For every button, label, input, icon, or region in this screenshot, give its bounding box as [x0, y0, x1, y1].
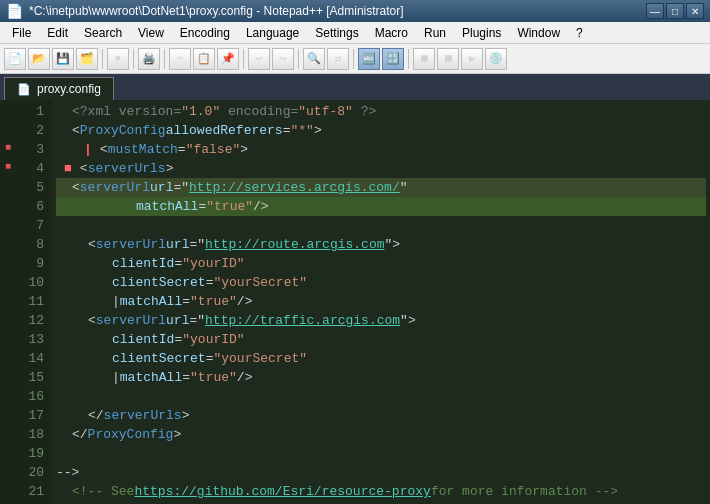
gutter-11 [0, 290, 16, 309]
find-button[interactable]: 🔍 [303, 48, 325, 70]
code-line-16 [56, 387, 706, 406]
menu-run[interactable]: Run [416, 22, 454, 43]
punct-15b: = [182, 368, 190, 387]
attr-allowedreferers: allowedReferers [166, 121, 283, 140]
gutter-20 [0, 461, 16, 480]
editor[interactable]: ■ ■ 1 2 3 4 5 6 7 8 9 10 11 12 13 14 15 [0, 100, 710, 504]
code-line-3: | <mustMatch="false"> [56, 140, 706, 159]
menu-macro[interactable]: Macro [367, 22, 416, 43]
punct-5c: " [181, 178, 189, 197]
zoom-out-button[interactable]: 🔡 [382, 48, 404, 70]
punct-18a: </ [72, 425, 88, 444]
attr-url-3: url [166, 311, 189, 330]
comment-line: <!-- See [72, 482, 134, 501]
menu-plugins[interactable]: Plugins [454, 22, 509, 43]
save-button[interactable]: 💾 [52, 48, 74, 70]
toolbar-sep-6 [353, 49, 354, 69]
menu-bar: File Edit Search View Encoding Language … [0, 22, 710, 44]
ln-15: 15 [24, 368, 44, 387]
macro-stop[interactable]: ⏹ [437, 48, 459, 70]
punct-14a: = [206, 349, 214, 368]
toolbar-sep-7 [408, 49, 409, 69]
code-line-13: clientId="yourID" [56, 330, 706, 349]
ln-3: 3 [24, 140, 44, 159]
copy-button[interactable]: 📋 [193, 48, 215, 70]
undo-button[interactable]: ↩ [248, 48, 270, 70]
print-button[interactable]: 🖨️ [138, 48, 160, 70]
close-button[interactable]: ✕ [686, 3, 704, 19]
punct-15a: | [112, 368, 120, 387]
url-services: http://services.arcgis.com/ [189, 178, 400, 197]
menu-help[interactable]: ? [568, 22, 591, 43]
replace-button[interactable]: ⇄ [327, 48, 349, 70]
toolbar-sep-3 [164, 49, 165, 69]
menu-edit[interactable]: Edit [39, 22, 76, 43]
code-line-20: <!-- See https://github.com/Esri/resourc… [56, 482, 706, 501]
attr-matchall-3: matchAll [120, 368, 182, 387]
menu-language[interactable]: Language [238, 22, 307, 43]
gutter-5 [0, 176, 16, 195]
title-bar: 📄 *C:\inetpub\wwwroot\DotNet1\proxy.conf… [0, 0, 710, 22]
paste-button[interactable]: 📌 [217, 48, 239, 70]
minimize-button[interactable]: — [646, 3, 664, 19]
toolbar-sep-4 [243, 49, 244, 69]
gutter-16 [0, 385, 16, 404]
gutter-1 [0, 100, 16, 119]
macro-play[interactable]: ▶ [461, 48, 483, 70]
cut-button[interactable]: ✂ [169, 48, 191, 70]
code-line-8: <serverUrl url="http://route.arcgis.com"… [56, 235, 706, 254]
open-button[interactable]: 📂 [28, 48, 50, 70]
punct-2c: > [314, 121, 322, 140]
code-line-12: <serverUrl url=" http://traffic.arcgis.c… [56, 311, 706, 330]
ln-16: 16 [24, 387, 44, 406]
punct-12c: > [408, 311, 416, 330]
save-all-button[interactable]: 🗂️ [76, 48, 98, 70]
gutter-10 [0, 271, 16, 290]
punct-12a: < [88, 311, 96, 330]
ln-20: 20 [24, 463, 44, 482]
menu-encoding[interactable]: Encoding [172, 22, 238, 43]
zoom-in-button[interactable]: 🔤 [358, 48, 380, 70]
redo-button[interactable]: ↪ [272, 48, 294, 70]
xml-decl: <?xml version="1.0" encoding="utf-8" ?> [72, 102, 376, 121]
ln-6: 6 [24, 197, 44, 216]
menu-settings[interactable]: Settings [307, 22, 366, 43]
gutter-19 [0, 442, 16, 461]
macro-record[interactable]: ⏺ [413, 48, 435, 70]
tab-proxy-config[interactable]: 📄 proxy.config [4, 77, 114, 100]
ln-1: 1 [24, 102, 44, 121]
punct-9a: = [174, 254, 182, 273]
ln-12: 12 [24, 311, 44, 330]
attr-url-2: url [166, 235, 189, 254]
gutter-9 [0, 252, 16, 271]
attr-matchall-2: matchAll [120, 292, 182, 311]
tag-close-proxyconfig: ProxyConfig [88, 425, 174, 444]
tag-serverurls: serverUrls [88, 159, 166, 178]
gutter-13 [0, 328, 16, 347]
code-line-5: <serverUrl url="http://services.arcgis.c… [56, 178, 706, 197]
code-area[interactable]: <?xml version="1.0" encoding="utf-8" ?> … [52, 100, 710, 504]
menu-window[interactable]: Window [509, 22, 568, 43]
close-button-tb[interactable]: ✖ [107, 48, 129, 70]
code-line-4: ■ <serverUrls> [56, 159, 706, 178]
macro-save[interactable]: 💿 [485, 48, 507, 70]
code-line-7 [56, 216, 706, 235]
maximize-button[interactable]: □ [666, 3, 684, 19]
tab-bar: 📄 proxy.config [0, 74, 710, 100]
punct-6b: /> [253, 197, 269, 216]
new-button[interactable]: 📄 [4, 48, 26, 70]
menu-search[interactable]: Search [76, 22, 130, 43]
punct-5d: " [400, 178, 408, 197]
menu-file[interactable]: File [4, 22, 39, 43]
punct-11a: | [112, 292, 120, 311]
mark-4: ■ [64, 159, 72, 178]
ln-10: 10 [24, 273, 44, 292]
gutter-14 [0, 347, 16, 366]
punct-5a: < [72, 178, 80, 197]
punct-15c: /> [237, 368, 253, 387]
app-icon: 📄 [6, 3, 23, 19]
menu-view[interactable]: View [130, 22, 172, 43]
title-text: *C:\inetpub\wwwroot\DotNet1\proxy.config… [29, 4, 640, 18]
ln-4: 4 [24, 159, 44, 178]
punct-4a: < [80, 159, 88, 178]
